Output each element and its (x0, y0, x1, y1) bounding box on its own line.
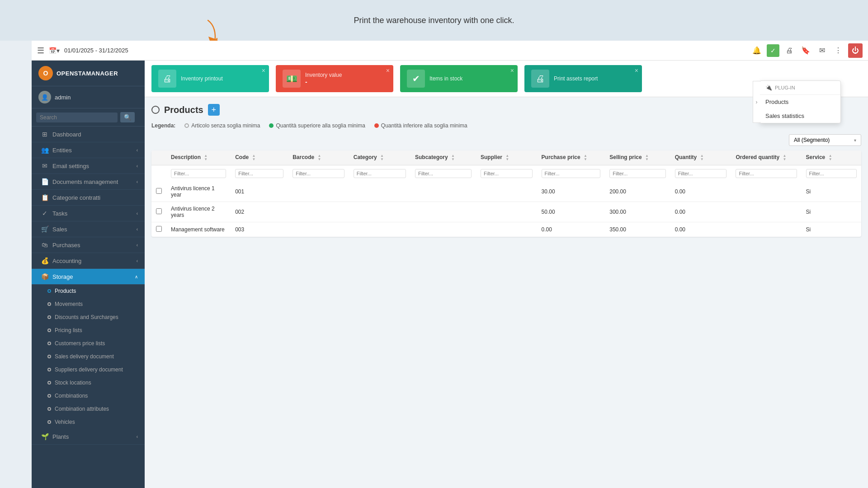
filter-service-input[interactable] (806, 169, 857, 178)
user-avatar: 👤 (38, 91, 51, 103)
sidebar-sub-item-movements[interactable]: Movements (32, 298, 145, 311)
sidebar-sub-item-discounts[interactable]: Discounts and Surcharges (32, 311, 145, 324)
filter-purchase-price (537, 165, 605, 182)
dropdown-item-products[interactable]: Products (760, 95, 840, 109)
sidebar-sub-item-products[interactable]: Products (32, 285, 145, 298)
sidebar-item-label: Sales (52, 226, 67, 233)
sort-icon[interactable]: ▲▼ (505, 154, 509, 161)
sidebar-logo: O OPENSTAMANAGER (32, 61, 145, 86)
dropdown-item-sales-stats[interactable]: Sales statistics (760, 109, 840, 123)
filter-supplier (476, 165, 537, 182)
filter-description-input[interactable] (171, 169, 226, 178)
sidebar-item-accounting[interactable]: 💰 Accounting ‹ (32, 253, 145, 269)
segment-select[interactable]: All (Segmento) ▾ (789, 134, 861, 146)
more-icon[interactable]: ⋮ (832, 44, 844, 57)
row-checkbox[interactable] (156, 226, 162, 232)
table-row: Management software 003 0.00 350.00 0.00… (151, 222, 861, 237)
sort-icon[interactable]: ▲▼ (584, 154, 587, 161)
sidebar-sub-item-combinations[interactable]: Combinations (32, 389, 145, 403)
power-button[interactable]: ⏻ (848, 43, 863, 58)
filter-code-input[interactable] (235, 169, 283, 178)
sidebar-item-plants[interactable]: 🌱 Plants ‹ (32, 429, 145, 445)
sort-icon[interactable]: ▲▼ (829, 154, 832, 161)
red-dot-icon (374, 123, 379, 128)
email-icon[interactable]: ✉ (816, 44, 828, 57)
sidebar-item-contracts[interactable]: 📋 Categorie contratti (32, 190, 145, 206)
filter-bar: All (Segmento) ▾ (151, 134, 861, 146)
close-icon[interactable]: × (635, 67, 638, 74)
dot-icon (47, 302, 51, 306)
sidebar-sub-item-customer-prices[interactable]: Customers price lists (32, 337, 145, 350)
filter-ordered-qty-input[interactable] (736, 169, 797, 178)
sidebar-sub-item-supplier-delivery[interactable]: Suppliers delivery document (32, 363, 145, 376)
sidebar-sub-item-sales-delivery[interactable]: Sales delivery document (32, 350, 145, 363)
page-area: Products + Legenda: Articolo senza sogli… (145, 97, 868, 488)
search-input[interactable] (36, 113, 118, 122)
widget-inventory-printout[interactable]: 🖨 Inventory printout × (151, 65, 269, 92)
filter-selling-price-input[interactable] (609, 169, 665, 178)
sort-icon[interactable]: ▲▼ (451, 154, 455, 161)
sidebar-item-dashboard[interactable]: ⊞ Dashboard (32, 127, 145, 142)
sidebar-sub-item-pricing[interactable]: Pricing lists (32, 324, 145, 337)
date-range: 01/01/2025 - 31/12/2025 (64, 47, 128, 54)
sidebar-item-sales[interactable]: 🛒 Sales ‹ (32, 221, 145, 237)
products-circle-icon (151, 106, 160, 114)
chevron-right-icon: ‹ (137, 179, 138, 184)
chevron-right-icon: ‹ (137, 258, 138, 263)
filter-supplier-input[interactable] (481, 169, 533, 178)
sort-icon[interactable]: ▲▼ (783, 154, 787, 161)
calendar-picker[interactable]: 📅▾ (49, 47, 60, 54)
sort-icon[interactable]: ▲▼ (204, 154, 208, 161)
sort-icon[interactable]: ▲▼ (645, 154, 649, 161)
bookmark-icon[interactable]: 🔖 (799, 44, 812, 57)
dot-icon (47, 355, 51, 358)
filter-purchase-price-input[interactable] (542, 169, 601, 178)
dropdown-expand-button[interactable]: › (753, 81, 760, 123)
sidebar-item-email[interactable]: ✉ Email settings ‹ (32, 158, 145, 174)
close-icon[interactable]: × (510, 67, 514, 74)
filter-quantity-input[interactable] (675, 169, 727, 178)
sort-icon[interactable]: ▲▼ (380, 154, 384, 161)
col-selling-price: Selling price ▲▼ (605, 150, 670, 165)
widget-print-assets[interactable]: 🖨 Print assets report × (524, 65, 642, 92)
widget-items-in-stock[interactable]: ✔ Items in stock × (400, 65, 518, 92)
sort-icon[interactable]: ▲▼ (252, 154, 256, 161)
sidebar-item-documents[interactable]: 📄 Documents management ‹ (32, 174, 145, 190)
sidebar-sub-label: Customers price lists (55, 340, 105, 347)
row-checkbox[interactable] (156, 208, 162, 214)
widget-inventory-value[interactable]: 💵 Inventory value - × (276, 65, 393, 92)
col-purchase-price: Purchase price ▲▼ (537, 150, 605, 165)
sidebar-item-storage[interactable]: 📦 Storage ∧ (32, 269, 145, 285)
filter-category-input[interactable] (354, 169, 406, 178)
search-button[interactable]: 🔍 (120, 112, 135, 122)
print-icon[interactable]: 🖨 (783, 44, 796, 57)
sidebar-item-entities[interactable]: 👥 Entities ‹ (32, 142, 145, 158)
top-bar: ☰ 📅▾ 01/01/2025 - 31/12/2025 🔔 ✓ 🖨 🔖 ✉ ⋮… (32, 41, 868, 61)
top-bar-right: 🔔 ✓ 🖨 🔖 ✉ ⋮ ⏻ (750, 43, 863, 58)
filter-barcode-input[interactable] (292, 169, 344, 178)
notification-icon[interactable]: 🔔 (750, 44, 763, 57)
sort-icon[interactable]: ▲▼ (700, 154, 704, 161)
accounting-icon: 💰 (41, 257, 49, 264)
chevron-down-icon: ∧ (135, 274, 138, 279)
tooltip-area: Print the warehouse inventory with one c… (0, 0, 868, 41)
menu-icon[interactable]: ☰ (37, 46, 44, 56)
add-product-button[interactable]: + (208, 104, 220, 116)
filter-subcategory-input[interactable] (415, 169, 472, 178)
sidebar-item-tasks[interactable]: ✓ Tasks ‹ (32, 206, 145, 221)
entities-icon: 👥 (41, 146, 49, 154)
dot-icon (47, 381, 51, 385)
sidebar-item-purchases[interactable]: 🛍 Purchases ‹ (32, 237, 145, 253)
sidebar-sub-item-combination-attributes[interactable]: Combination attributes (32, 403, 145, 416)
sidebar-sub-item-stock-locations[interactable]: Stock locations (32, 376, 145, 389)
cell-ordered-quantity (731, 182, 801, 202)
close-icon[interactable]: × (386, 67, 390, 74)
sidebar-search: 🔍 (32, 108, 145, 127)
sort-icon[interactable]: ▲▼ (318, 154, 321, 161)
close-icon[interactable]: × (262, 67, 265, 74)
sidebar-sub-label: Discounts and Surcharges (55, 314, 118, 320)
cell-subcategory (410, 222, 476, 237)
check-button[interactable]: ✓ (767, 44, 779, 57)
row-checkbox[interactable] (156, 188, 162, 194)
sidebar-sub-item-vehicles[interactable]: Vehicles (32, 416, 145, 429)
